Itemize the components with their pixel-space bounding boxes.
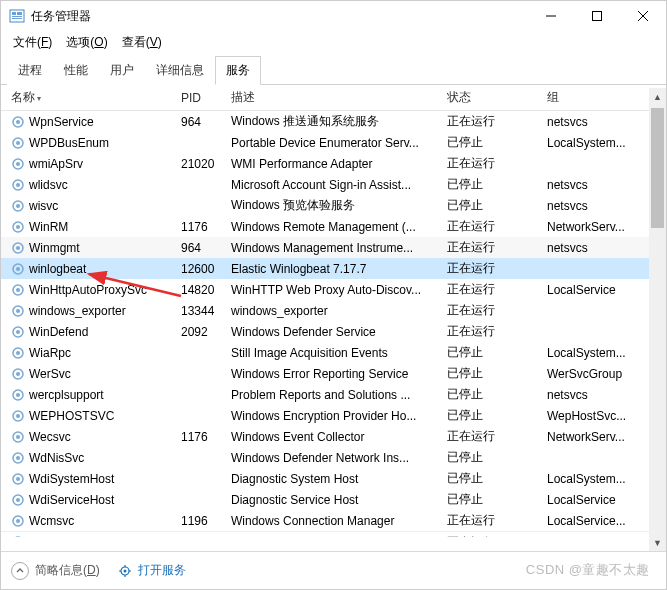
svg-point-40 bbox=[16, 435, 20, 439]
minimize-button[interactable] bbox=[528, 1, 574, 31]
col-pid[interactable]: PID bbox=[181, 91, 231, 105]
service-icon bbox=[11, 325, 25, 339]
svg-rect-1 bbox=[12, 12, 16, 15]
menu-bar: 文件(F) 选项(O) 查看(V) bbox=[1, 31, 666, 53]
service-icon bbox=[11, 241, 25, 255]
maximize-button[interactable] bbox=[574, 1, 620, 31]
svg-point-18 bbox=[16, 204, 20, 208]
service-icon bbox=[11, 304, 25, 318]
svg-point-12 bbox=[16, 141, 20, 145]
table-row[interactable]: WdNisSvcWindows Defender Network Ins...已… bbox=[1, 447, 666, 468]
svg-point-16 bbox=[16, 183, 20, 187]
service-icon bbox=[11, 514, 25, 528]
svg-point-10 bbox=[16, 120, 20, 124]
service-icon bbox=[11, 535, 25, 537]
svg-point-34 bbox=[16, 372, 20, 376]
watermark: CSDN @童趣不太趣 bbox=[526, 561, 650, 579]
tab-users[interactable]: 用户 bbox=[99, 56, 145, 85]
service-icon bbox=[11, 388, 25, 402]
svg-point-32 bbox=[16, 351, 20, 355]
table-row[interactable]: WinRM1176Windows Remote Management (...正… bbox=[1, 216, 666, 237]
table-row[interactable]: WinHttpAutoProxySvc14820WinHTTP Web Prox… bbox=[1, 279, 666, 300]
table-row[interactable]: WinDefend2092Windows Defender Service正在运… bbox=[1, 321, 666, 342]
partial-row[interactable]: WbioSrvc Windows Biometric Service 正在运行 … bbox=[1, 531, 666, 537]
svg-point-14 bbox=[16, 162, 20, 166]
service-icon bbox=[11, 220, 25, 234]
table-row[interactable]: wmiApSrv21020WMI Performance Adapter正在运行 bbox=[1, 153, 666, 174]
svg-point-48 bbox=[16, 519, 20, 523]
open-services-link[interactable]: 打开服务 bbox=[138, 562, 186, 579]
svg-rect-6 bbox=[593, 12, 602, 21]
service-icon bbox=[11, 262, 25, 276]
services-grid: 名称▾ PID 描述 状态 组 WpnService964Windows 推送通… bbox=[1, 85, 666, 537]
col-status[interactable]: 状态 bbox=[447, 89, 547, 106]
table-row[interactable]: Wecsvc1176Windows Event Collector正在运行Net… bbox=[1, 426, 666, 447]
vertical-scrollbar[interactable]: ▲ ▼ bbox=[649, 88, 666, 551]
app-icon bbox=[9, 8, 25, 24]
tab-details[interactable]: 详细信息 bbox=[145, 56, 215, 85]
table-row[interactable]: Wcmsvc1196Windows Connection Manager正在运行… bbox=[1, 510, 666, 531]
service-icon bbox=[11, 157, 25, 171]
window-title: 任务管理器 bbox=[31, 8, 91, 25]
service-icon bbox=[11, 178, 25, 192]
svg-point-22 bbox=[16, 246, 20, 250]
service-icon bbox=[11, 451, 25, 465]
svg-point-38 bbox=[16, 414, 20, 418]
tab-processes[interactable]: 进程 bbox=[7, 56, 53, 85]
tab-services[interactable]: 服务 bbox=[215, 56, 261, 85]
col-group[interactable]: 组 bbox=[547, 89, 647, 106]
scroll-up-icon[interactable]: ▲ bbox=[649, 88, 666, 105]
service-icon bbox=[11, 283, 25, 297]
service-icon bbox=[11, 367, 25, 381]
service-icon bbox=[11, 136, 25, 150]
svg-point-36 bbox=[16, 393, 20, 397]
svg-point-24 bbox=[16, 267, 20, 271]
service-icon bbox=[11, 472, 25, 486]
svg-point-44 bbox=[16, 477, 20, 481]
svg-point-28 bbox=[16, 309, 20, 313]
col-name[interactable]: 名称▾ bbox=[11, 89, 181, 106]
table-row[interactable]: wlidsvcMicrosoft Account Sign-in Assist.… bbox=[1, 174, 666, 195]
tab-strip: 进程 性能 用户 详细信息 服务 bbox=[1, 55, 666, 85]
svg-rect-3 bbox=[12, 16, 22, 17]
svg-point-20 bbox=[16, 225, 20, 229]
menu-view[interactable]: 查看(V) bbox=[116, 32, 168, 53]
service-icon bbox=[11, 493, 25, 507]
menu-options[interactable]: 选项(O) bbox=[60, 32, 113, 53]
service-icon bbox=[11, 409, 25, 423]
svg-rect-4 bbox=[12, 18, 22, 19]
table-row[interactable]: wercplsupportProblem Reports and Solutio… bbox=[1, 384, 666, 405]
table-row[interactable]: windows_exporter13344windows_exporter正在运… bbox=[1, 300, 666, 321]
table-row[interactable]: Winmgmt964Windows Management Instrume...… bbox=[1, 237, 666, 258]
close-button[interactable] bbox=[620, 1, 666, 31]
service-icon bbox=[11, 430, 25, 444]
service-icon bbox=[11, 115, 25, 129]
services-gear-icon bbox=[118, 564, 132, 578]
menu-file[interactable]: 文件(F) bbox=[7, 32, 58, 53]
table-row[interactable]: WpnService964Windows 推送通知系统服务正在运行netsvcs bbox=[1, 111, 666, 132]
table-row[interactable]: WEPHOSTSVCWindows Encryption Provider Ho… bbox=[1, 405, 666, 426]
svg-point-46 bbox=[16, 498, 20, 502]
sort-desc-icon: ▾ bbox=[37, 94, 41, 103]
table-row[interactable]: WdiSystemHostDiagnostic System Host已停止Lo… bbox=[1, 468, 666, 489]
table-row[interactable]: wisvcWindows 预览体验服务已停止netsvcs bbox=[1, 195, 666, 216]
table-row[interactable]: WdiServiceHostDiagnostic Service Host已停止… bbox=[1, 489, 666, 510]
scroll-thumb[interactable] bbox=[651, 108, 664, 228]
col-desc[interactable]: 描述 bbox=[231, 89, 447, 106]
table-row[interactable]: WiaRpcStill Image Acquisition Events已停止L… bbox=[1, 342, 666, 363]
table-row[interactable]: WPDBusEnumPortable Device Enumerator Ser… bbox=[1, 132, 666, 153]
table-row[interactable]: WerSvcWindows Error Reporting Service已停止… bbox=[1, 363, 666, 384]
expand-chevron-icon[interactable] bbox=[11, 562, 29, 580]
tab-performance[interactable]: 性能 bbox=[53, 56, 99, 85]
column-headers: 名称▾ PID 描述 状态 组 bbox=[1, 85, 666, 111]
fewer-details-link[interactable]: 简略信息(D) bbox=[35, 562, 100, 579]
scroll-down-icon[interactable]: ▼ bbox=[649, 534, 666, 551]
service-icon bbox=[11, 346, 25, 360]
svg-point-30 bbox=[16, 330, 20, 334]
svg-point-53 bbox=[123, 569, 126, 572]
svg-rect-2 bbox=[17, 12, 22, 15]
svg-point-42 bbox=[16, 456, 20, 460]
table-row[interactable]: winlogbeat12600Elastic Winlogbeat 7.17.7… bbox=[1, 258, 666, 279]
title-bar: 任务管理器 bbox=[1, 1, 666, 31]
service-icon bbox=[11, 199, 25, 213]
